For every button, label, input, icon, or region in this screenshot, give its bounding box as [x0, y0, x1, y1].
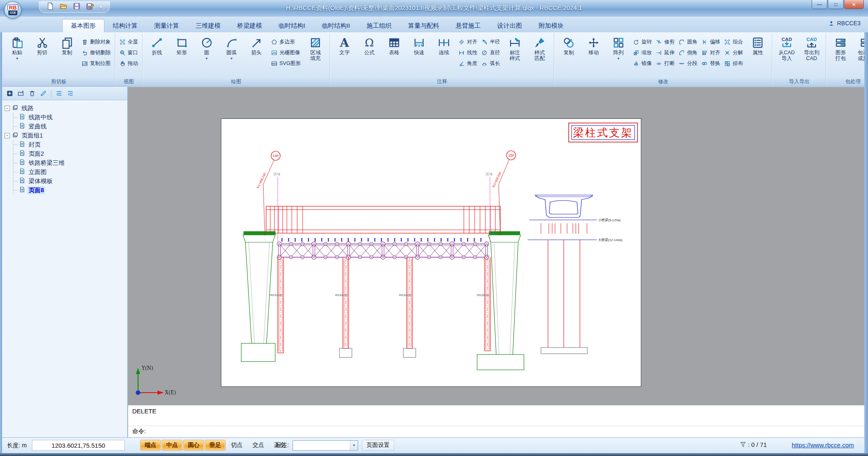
text-button[interactable]: A文字 — [332, 34, 356, 55]
chevron-down-icon[interactable]: ▼ — [617, 56, 620, 62]
aligned-dim-button[interactable]: 对齐 — [457, 37, 479, 47]
angle-dim-button[interactable]: 角度 — [457, 59, 479, 68]
collapse-toggle-icon[interactable]: − — [5, 106, 10, 111]
tree-page-item[interactable]: 线路中线 — [13, 113, 125, 122]
page-setup-button[interactable]: 页面设置 — [362, 440, 394, 451]
extend-button[interactable]: 延伸 — [654, 48, 676, 58]
maximize-button[interactable]: □ — [828, 0, 844, 9]
add-group-button[interactable] — [17, 90, 24, 97]
delete-page-button[interactable] — [29, 90, 36, 97]
tab-4[interactable]: 三维建模 — [187, 19, 229, 32]
tab-10[interactable]: 悬臂施工 — [448, 19, 489, 32]
snap-button-2[interactable]: 中点 — [162, 440, 182, 451]
user-account[interactable]: RBCCE3 — [828, 20, 861, 27]
explode-button[interactable]: 分解 — [723, 48, 744, 58]
cad-export-button[interactable]: CAD导出到 CAD — [800, 34, 823, 61]
open-file-icon[interactable] — [59, 2, 68, 12]
replace-button[interactable]: 替换 — [700, 59, 722, 68]
tree-page-item[interactable]: 页面2 — [13, 149, 125, 158]
group-button[interactable]: 组合 — [723, 37, 744, 47]
copy-bitmap-button[interactable]: 复制位图 — [80, 59, 112, 68]
arc-button[interactable]: 圆弧▼ — [220, 34, 243, 62]
snap-button-4[interactable]: 垂足 — [205, 440, 225, 451]
svg-shape-button[interactable]: SVGSVG图形 — [269, 59, 302, 68]
hatch-fill-button[interactable]: 区域 填充 — [303, 34, 327, 61]
filter-icon[interactable] — [740, 442, 746, 448]
offset-button[interactable]: 偏移 — [700, 37, 722, 47]
tab-3[interactable]: 测量计算 — [146, 19, 187, 32]
fillet-button[interactable]: 圆角 — [677, 37, 699, 47]
paste-button[interactable]: 粘贴▼ — [5, 34, 29, 62]
match-style-button[interactable]: 样式 匹配 — [528, 34, 551, 61]
tab-1[interactable]: 基本图形 — [62, 19, 104, 32]
command-prompt[interactable]: 命令: — [132, 427, 146, 435]
tab-6[interactable]: 临时结构I — [270, 19, 313, 32]
tab-2[interactable]: 结构计算 — [104, 19, 146, 32]
scissors-button[interactable]: 剪切 — [30, 34, 54, 55]
array-button[interactable]: 阵列▼ — [606, 34, 630, 62]
expand-all-button[interactable] — [56, 90, 63, 97]
save-icon[interactable] — [73, 2, 81, 12]
website-link[interactable]: https://www.rbcce.com — [792, 442, 854, 449]
tab-12[interactable]: 附加模块 — [531, 19, 572, 32]
snap-button-3[interactable]: 圆心 — [183, 440, 204, 451]
polyline-button[interactable]: 折线 — [145, 34, 169, 55]
quick-dim-button[interactable]: 快速 — [407, 34, 431, 55]
pan-button[interactable]: 拖动 — [118, 59, 140, 68]
copy-button[interactable]: 复制 — [55, 34, 79, 55]
save-as-icon[interactable] — [86, 2, 94, 12]
tree-group-item[interactable]: −线路 — [5, 104, 125, 113]
formula-button[interactable]: Ω公式 — [357, 34, 381, 55]
tab-9[interactable]: 算量与配料 — [400, 19, 448, 32]
snap-button-1[interactable]: 端点 — [140, 440, 161, 451]
tab-5[interactable]: 桥梁建模 — [229, 19, 270, 32]
tree-page-item[interactable]: 立面图 — [13, 167, 125, 176]
radius-dim-button[interactable]: 半径 — [480, 37, 502, 47]
arrow-button[interactable]: 箭头 — [245, 34, 268, 55]
combobox-arrow-icon[interactable]: ▼ — [350, 441, 358, 450]
snap-button-5[interactable]: 切点 — [226, 440, 247, 451]
snap-button-6[interactable]: 交点 — [248, 440, 269, 451]
pack-button[interactable]: 图形 打包 — [829, 34, 852, 61]
tab-8[interactable]: 施工组织 — [359, 19, 400, 32]
arc-length-dim-button[interactable]: 弧长 — [480, 59, 502, 68]
linear-dim-button[interactable]: 线性 — [457, 48, 479, 58]
align-button[interactable]: 对齐 — [700, 48, 722, 58]
segment-button[interactable]: 分段 — [677, 59, 699, 68]
rename-button[interactable] — [40, 90, 47, 97]
scale-button[interactable]: 缩放 — [631, 48, 653, 58]
mirror-button[interactable]: 镜像 — [631, 59, 653, 68]
collapse-all-button[interactable] — [67, 90, 74, 97]
cad-import-button[interactable]: CAD从CAD 导入 — [775, 34, 798, 61]
raster-image-button[interactable]: 光栅图像 — [269, 48, 302, 58]
drawing-canvas[interactable]: IIIIIIIIIIIIIIIIIIIIIIIIIIIIIIIΦ630x10Φ6… — [128, 87, 864, 405]
tab-7[interactable]: 临时结构II — [313, 19, 358, 32]
diameter-dim-button[interactable]: 直径 — [480, 48, 502, 58]
app-logo-icon[interactable]: RB CCE — [4, 1, 22, 19]
tree-page-item[interactable]: 页面8 — [13, 186, 125, 195]
move-button[interactable]: 移动 — [582, 34, 605, 55]
tree-page-item[interactable]: 铁路桥梁三维 — [13, 158, 125, 167]
new-file-icon[interactable] — [46, 2, 54, 12]
properties-button[interactable]: 属性 — [746, 34, 769, 55]
chevron-down-icon[interactable]: ▼ — [205, 56, 209, 62]
table-button[interactable]: 表格 — [382, 34, 406, 55]
chamfer-button[interactable]: 倒角 — [677, 48, 699, 58]
polygon-button[interactable]: 多边形 — [269, 37, 302, 47]
zoom-fit-button[interactable]: 全显 — [118, 37, 140, 47]
undo-delete-button[interactable]: 撤销删除 — [80, 48, 112, 58]
qat-menu-icon[interactable]: ▼ — [99, 5, 103, 9]
tree-page-item[interactable]: 梁体模板 — [13, 176, 125, 186]
chevron-down-icon[interactable]: ▼ — [230, 56, 233, 62]
chevron-down-icon[interactable]: ▼ — [16, 56, 19, 62]
rotate-button[interactable]: 旋转 — [631, 37, 653, 47]
command-panel[interactable]: DELETE 命令: — [128, 405, 864, 437]
delete-object-button[interactable]: 删除对象 — [80, 37, 112, 47]
tab-11[interactable]: 设计出图 — [489, 19, 531, 32]
tree-page-item[interactable]: 封页 — [13, 140, 125, 149]
trim-button[interactable]: 修剪 — [654, 37, 676, 47]
tree-page-item[interactable]: 竖曲线 — [13, 122, 125, 131]
break-button[interactable]: 打断 — [654, 59, 676, 68]
arrange-button[interactable]: 排布 — [723, 59, 744, 68]
tree-group-item[interactable]: −页面组1 — [5, 131, 125, 140]
